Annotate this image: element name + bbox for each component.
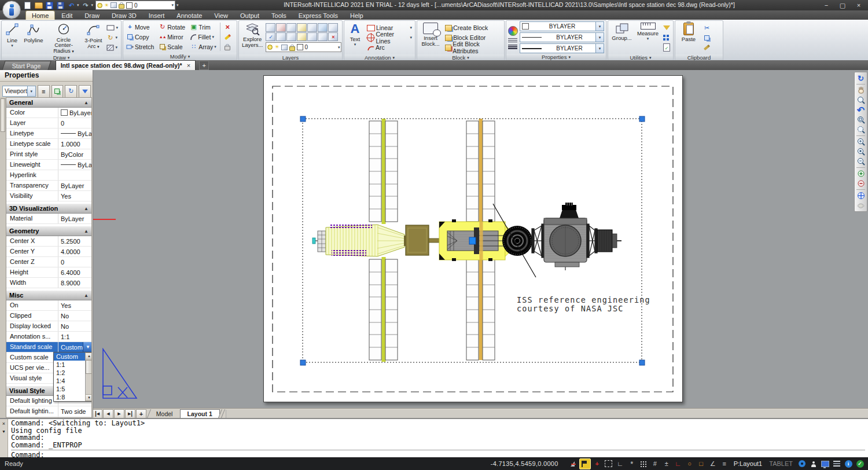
layer-tool-icon[interactable] — [318, 32, 328, 41]
grid-dots-toggle[interactable] — [638, 459, 649, 469]
layer-tool-icon[interactable] — [286, 23, 296, 32]
tab-home[interactable]: Home — [25, 10, 55, 20]
tab-insert[interactable]: Insert — [143, 11, 171, 20]
scale-option[interactable]: 1:8 — [54, 393, 85, 401]
app-logo-icon[interactable] — [2, 1, 21, 19]
dropdown-scrollbar[interactable]: ▲ ▼ — [85, 352, 92, 401]
next-layout-button[interactable]: ▶ — [114, 409, 124, 418]
measure-button[interactable]: Measure ▾ — [635, 21, 660, 54]
scale-option[interactable]: 1:4 — [54, 377, 85, 385]
zoom-window-icon[interactable] — [856, 115, 866, 124]
iss-service-module[interactable] — [544, 203, 587, 270]
iss-module-left[interactable] — [312, 223, 404, 256]
copy-clip-button[interactable] — [702, 34, 712, 42]
tab-express-tools[interactable]: Express Tools — [293, 11, 344, 20]
command-history[interactable]: Command: <Switching to: Layout1> Using c… — [8, 419, 868, 458]
grip-bottom-right[interactable] — [639, 360, 645, 365]
center-lines-button[interactable]: Center Lines▾ — [366, 34, 413, 42]
match-properties-button[interactable] — [702, 43, 712, 52]
zoom-extents-icon[interactable] — [856, 191, 866, 200]
active-layout-label[interactable]: P:Layout1 — [731, 460, 766, 467]
restore-button[interactable]: ▢ — [834, 0, 851, 10]
chevron-down-icon[interactable]: ▾ — [595, 44, 604, 53]
rectangle-tool-button[interactable]: ▾ — [105, 24, 119, 32]
orbit-icon[interactable] — [856, 201, 866, 210]
polyline-button[interactable]: Polyline — [23, 21, 45, 54]
layout-paper[interactable]: ISS reference engineering courtesy of NA… — [263, 75, 683, 402]
chevron-down-icon[interactable]: ▾ — [595, 33, 604, 42]
filter-icon[interactable] — [79, 85, 91, 98]
hatch-button[interactable]: ▾ — [105, 43, 119, 52]
tab-model[interactable]: Model — [147, 409, 182, 418]
pan-icon[interactable] — [856, 86, 866, 95]
grip-top-left[interactable] — [300, 116, 306, 122]
stretch-button[interactable]: Stretch — [125, 42, 155, 51]
group-button[interactable]: Group... — [610, 21, 634, 54]
line-button[interactable]: Line ▾ — [3, 21, 21, 54]
circle-tool-toggle[interactable]: ○ — [685, 459, 695, 469]
zoom-center-icon[interactable] — [856, 147, 866, 156]
fillet-button[interactable]: Fillet▾ — [189, 32, 218, 41]
layer-tool-icon[interactable] — [276, 32, 286, 41]
zoom-realtime-icon[interactable] — [856, 96, 866, 105]
monitor-icon[interactable] — [820, 459, 830, 469]
first-layout-button[interactable]: |◀ — [92, 409, 102, 418]
tab-help[interactable]: Help — [344, 11, 369, 20]
new-file-button[interactable] — [23, 1, 32, 9]
chevron-down-icon[interactable]: ▼ — [83, 342, 91, 352]
chevron-down-icon[interactable]: ▾ — [338, 45, 340, 50]
polar-toggle[interactable]: * — [627, 459, 637, 469]
layer-tool-icon[interactable] — [307, 23, 317, 32]
angle-toggle[interactable]: ∠ — [708, 459, 718, 469]
selection-toggle[interactable] — [604, 459, 614, 469]
chevron-down-icon[interactable]: ▾ — [354, 42, 356, 47]
linetype-icon[interactable] — [508, 38, 518, 42]
tab-draw-3d[interactable]: Draw 3D — [106, 11, 142, 20]
zoom-out-icon[interactable] — [856, 157, 866, 166]
section-misc[interactable]: Misc▲ — [6, 291, 91, 300]
tab-active-document[interactable]: Intl space station dec 98.dwg (Read-only… — [56, 60, 196, 70]
minimize-button[interactable]: − — [818, 0, 834, 10]
tab-draw[interactable]: Draw — [79, 11, 105, 20]
close-button[interactable]: × — [851, 0, 867, 10]
qat-customize-icon[interactable]: ▾ — [176, 3, 179, 8]
zoom-previous-icon[interactable]: ↶ — [856, 105, 866, 115]
last-layout-button[interactable]: ▶| — [125, 409, 135, 418]
edit-length-button[interactable] — [223, 32, 233, 41]
layer-tool-icon[interactable] — [276, 23, 286, 32]
array-button[interactable]: ∷Array▾ — [189, 42, 218, 51]
scale-option[interactable]: Custom — [54, 352, 85, 361]
user-icon[interactable] — [808, 459, 819, 469]
layer-tool-icon[interactable] — [318, 23, 328, 32]
erase-button[interactable]: × — [223, 23, 233, 31]
trim-button[interactable]: ▣Trim — [189, 23, 218, 31]
section-general[interactable]: General▲ — [6, 98, 91, 108]
revision-cloud-button[interactable]: ↻▾ — [105, 34, 119, 42]
cut-button[interactable]: ✂ — [702, 24, 712, 32]
horizontal-scrollbar[interactable] — [226, 410, 868, 418]
create-block-button[interactable]: Create Block — [444, 24, 502, 32]
layer-tool-icon[interactable] — [266, 23, 275, 32]
zoom-out-minus-icon[interactable] — [856, 179, 866, 188]
rotate-button[interactable]: ↻Rotate — [157, 23, 186, 31]
zoom-dynamic-icon[interactable] — [856, 125, 866, 134]
lineweight-toggle[interactable]: ∟ — [673, 459, 683, 469]
insert-block-button[interactable]: Insert Block... — [419, 21, 442, 54]
close-document-icon[interactable]: × — [187, 62, 190, 69]
add-layout-button[interactable]: + — [136, 409, 146, 418]
undo-dropdown-icon[interactable]: ▾ — [77, 3, 79, 8]
close-command-icon[interactable]: × — [1, 420, 7, 427]
quick-select-icon[interactable] — [52, 85, 64, 98]
mirror-button[interactable]: ▲▲Mirror — [157, 32, 186, 41]
scale-option[interactable]: 1:1 — [54, 361, 85, 369]
chevron-down-icon[interactable]: ▾ — [647, 36, 649, 41]
snap-toggle[interactable]: ± — [661, 459, 672, 469]
filter-button[interactable] — [662, 24, 671, 32]
scale-button[interactable]: Scale — [157, 42, 186, 51]
layer-select-combo[interactable]: ☀ 0 ▾ — [266, 42, 341, 52]
tab-annotate[interactable]: Annotate — [171, 11, 208, 20]
gear-icon[interactable] — [797, 459, 807, 469]
arc-button[interactable]: 3-Point Arc ▾ — [83, 21, 104, 54]
section-geometry[interactable]: Geometry▲ — [6, 226, 91, 236]
move-button[interactable]: +Move — [125, 23, 155, 31]
